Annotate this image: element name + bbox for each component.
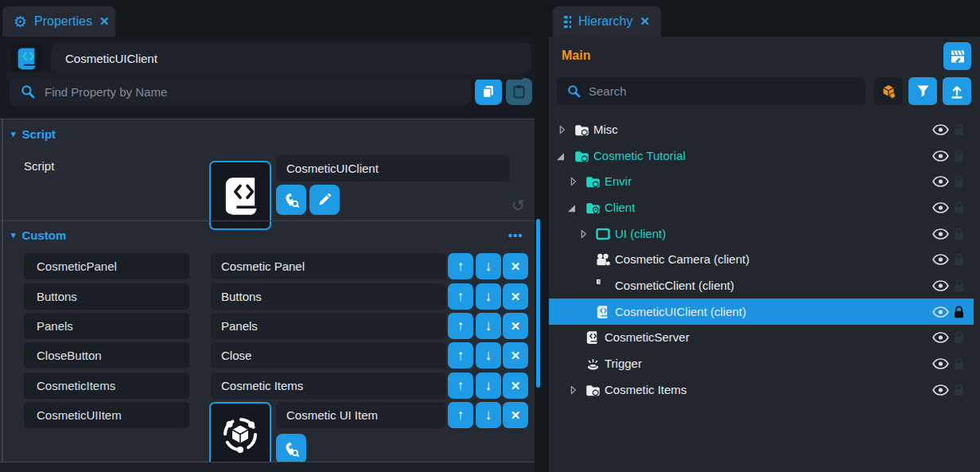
tree-item-cosmeticserver[interactable]: CosmeticServer xyxy=(549,324,974,350)
capture-button[interactable] xyxy=(943,42,971,70)
script-section-header[interactable]: ▾ Script xyxy=(11,127,56,141)
asset-library-button[interactable] xyxy=(874,77,903,105)
lock-icon[interactable] xyxy=(954,175,964,188)
move-up-button[interactable]: ↑ xyxy=(448,342,473,369)
lock-icon[interactable] xyxy=(954,253,964,266)
lock-icon[interactable] xyxy=(954,384,964,396)
collapse-triangle-icon[interactable] xyxy=(568,205,575,212)
tree-item-trigger[interactable]: Trigger xyxy=(549,350,974,376)
tab-hierarchy[interactable]: Hierarchy ✕ xyxy=(553,6,661,37)
tree-item-cosmetic-camera[interactable]: Cosmetic Camera (client) xyxy=(549,246,974,272)
hierarchy-list-icon xyxy=(564,15,571,29)
script-asset-thumbnail[interactable] xyxy=(209,161,271,230)
visibility-eye-icon[interactable] xyxy=(932,331,949,343)
tree-item-ui-client[interactable]: UI (client) xyxy=(549,220,974,247)
visibility-eye-icon[interactable] xyxy=(932,306,949,318)
property-name-field[interactable]: Buttons xyxy=(24,283,189,310)
tree-item-cosmeticclient[interactable]: CosmeticClient (client) xyxy=(549,272,974,298)
tree-item-misc[interactable]: Misc xyxy=(549,116,974,142)
visibility-eye-icon[interactable] xyxy=(932,279,949,291)
property-value-field[interactable]: Buttons xyxy=(211,283,446,310)
visibility-eye-icon[interactable] xyxy=(932,150,949,162)
delete-button[interactable]: ✕ xyxy=(503,283,528,310)
property-value-field[interactable]: Cosmetic Items xyxy=(211,373,446,399)
move-down-button[interactable]: ↓ xyxy=(476,313,501,339)
property-value-field[interactable]: Close xyxy=(211,342,446,369)
entity-name-input[interactable] xyxy=(51,43,531,73)
lock-icon[interactable] xyxy=(954,279,964,292)
move-down-button[interactable]: ↓ xyxy=(476,283,501,310)
lock-icon[interactable] xyxy=(954,357,964,370)
property-value-field[interactable]: Cosmetic Panel xyxy=(211,253,446,279)
move-down-button[interactable]: ↓ xyxy=(476,342,501,369)
edit-script-button[interactable] xyxy=(309,185,340,215)
property-name-field[interactable]: CosmeticPanel xyxy=(24,253,189,279)
tab-properties[interactable]: ⚙ Properties ✕ xyxy=(2,6,115,37)
collapse-triangle-icon[interactable] xyxy=(557,153,564,160)
visibility-eye-icon[interactable] xyxy=(932,228,949,240)
hierarchy-search-input[interactable] xyxy=(557,77,865,105)
tree-item-client[interactable]: Client xyxy=(549,194,974,220)
filter-button[interactable] xyxy=(908,77,937,105)
close-icon[interactable]: ✕ xyxy=(640,14,650,29)
paste-button[interactable] xyxy=(506,78,532,105)
find-property-input[interactable] xyxy=(10,77,471,106)
expand-caret-icon[interactable] xyxy=(580,229,588,239)
lock-icon[interactable] xyxy=(954,201,964,214)
move-up-button[interactable]: ↑ xyxy=(448,283,473,310)
tree-item-cosmetic-items[interactable]: Cosmetic Items xyxy=(549,376,974,403)
properties-scrollbar[interactable] xyxy=(536,219,540,388)
property-name-field[interactable]: Panels xyxy=(24,313,189,339)
move-up-button[interactable]: ↑ xyxy=(448,253,473,279)
tree-item-cosmetic-tutorial[interactable]: Cosmetic Tutorial xyxy=(549,142,974,169)
lock-icon[interactable] xyxy=(954,228,964,240)
upload-button[interactable] xyxy=(943,77,971,105)
delete-button[interactable]: ✕ xyxy=(503,373,528,399)
locate-script-button[interactable] xyxy=(276,185,306,215)
visibility-eye-icon[interactable] xyxy=(932,384,949,396)
expand-caret-icon[interactable] xyxy=(570,177,578,186)
tree-item-envir[interactable]: Envir xyxy=(549,168,974,194)
visibility-eye-icon[interactable] xyxy=(932,357,949,369)
tree-item-cosmeticuiclient-selected[interactable]: CosmeticUIClient (client) xyxy=(549,298,974,325)
collapse-arrow-icon[interactable]: ▾ xyxy=(11,230,16,240)
visibility-eye-icon[interactable] xyxy=(932,201,949,213)
asset-orbit-cube-icon xyxy=(220,414,261,455)
property-name-field[interactable]: CosmeticUIItem xyxy=(24,402,189,428)
visibility-eye-icon[interactable] xyxy=(932,175,949,187)
more-options-icon[interactable]: ••• xyxy=(508,228,523,242)
move-down-button[interactable]: ↓ xyxy=(476,253,501,279)
lock-icon[interactable] xyxy=(954,306,964,318)
delete-button[interactable]: ✕ xyxy=(503,313,528,339)
move-up-button[interactable]: ↑ xyxy=(448,373,473,399)
lock-icon[interactable] xyxy=(954,150,964,162)
lock-icon[interactable] xyxy=(954,123,964,136)
locate-asset-button[interactable] xyxy=(276,434,306,464)
world-root-label[interactable]: Main xyxy=(562,49,590,63)
property-value-field[interactable]: Panels xyxy=(211,313,446,339)
property-name-field[interactable]: CloseButton xyxy=(24,342,189,369)
move-down-button[interactable]: ↓ xyxy=(476,373,501,399)
delete-button[interactable]: ✕ xyxy=(503,253,528,279)
search-icon xyxy=(567,84,581,98)
delete-button[interactable]: ✕ xyxy=(503,342,528,369)
asset-thumbnail[interactable] xyxy=(209,402,271,466)
expand-caret-icon[interactable] xyxy=(570,385,578,395)
delete-button[interactable]: ✕ xyxy=(503,402,528,428)
script-value-field[interactable]: CosmeticUIClient xyxy=(276,155,510,181)
tree-item-label: Misc xyxy=(593,116,618,142)
visibility-eye-icon[interactable] xyxy=(932,253,949,265)
lock-icon[interactable] xyxy=(954,331,964,344)
copy-button[interactable] xyxy=(475,78,502,105)
close-icon[interactable]: ✕ xyxy=(99,14,110,29)
move-down-button[interactable]: ↓ xyxy=(476,402,501,428)
expand-caret-icon[interactable] xyxy=(558,125,566,135)
property-name-field[interactable]: CosmeticItems xyxy=(24,373,189,399)
collapse-arrow-icon[interactable]: ▾ xyxy=(11,129,16,139)
reset-icon[interactable]: ↺ xyxy=(511,196,525,215)
move-up-button[interactable]: ↑ xyxy=(448,402,473,428)
property-value-field[interactable]: Cosmetic UI Item xyxy=(276,402,445,428)
custom-section-header[interactable]: ▾ Custom xyxy=(11,228,66,242)
move-up-button[interactable]: ↑ xyxy=(448,313,473,339)
visibility-eye-icon[interactable] xyxy=(932,123,949,135)
